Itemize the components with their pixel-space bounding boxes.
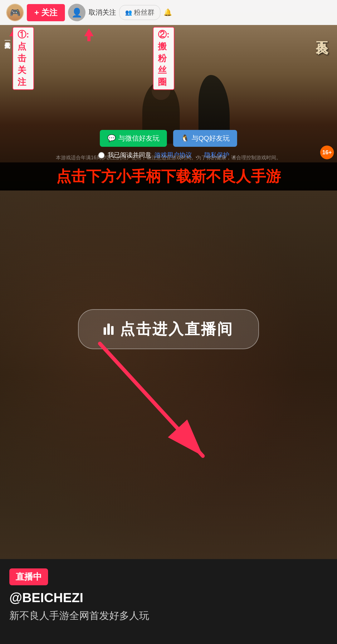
follow-bar: 🎮 + 关注 👤 取消关注 👥 粉丝群 🔔 [0,0,337,25]
live-stream-area[interactable]: 点击进入直播间 [0,191,337,559]
bottom-info: 直播中 @BEICHEZI 新不良人手游全网首发好多人玩 [0,559,337,644]
bell-icon[interactable]: 🔔 [164,8,172,17]
big-arrow-icon [90,334,215,465]
bars-icon [104,324,114,335]
game-action-buttons: 💬 与微信好友玩 🐧 与QQ好友玩 [100,130,237,147]
annotation-overlay: ①:点击关注 ②:搬粉丝圈 [0,27,125,58]
qq-label: 与QQ好友玩 [192,134,230,143]
game-notice: 本游戏适合年满16周岁以上的用户使用，请注意适宜游戏时间。为了你的健康，请合理控… [0,155,337,161]
follow-button[interactable]: + 关注 [27,4,65,21]
svg-rect-3 [87,36,90,41]
svg-marker-2 [84,28,94,36]
annotation-label-1: ①:点击关注 [12,27,34,90]
banner-text: 点击下方小手柄下载新不良人手游 [56,166,281,186]
unfollow-label[interactable]: 取消关注 [89,8,116,17]
qq-icon: 🐧 [181,134,189,142]
bar-1 [104,327,106,335]
fans-group-label: 粉丝群 [134,8,154,17]
fans-group-button[interactable]: 👥 粉丝群 [119,5,160,20]
bar-3 [111,326,114,335]
live-badge: 直播中 [9,568,48,585]
streamer-avatar-2: 👤 [68,4,85,21]
annotation-label-2: ②:搬粉丝圈 [153,27,174,90]
description: 新不良人手游全网首发好多人玩 [9,609,328,623]
fans-icon: 👥 [125,9,132,16]
wechat-button[interactable]: 💬 与微信好友玩 [100,130,167,147]
bar-2 [107,324,110,335]
game-screenshot-area: 🎮 + 关注 👤 取消关注 👥 粉丝群 🔔 ①:点击关注 [0,0,337,191]
streamer-avatar-1: 🎮 [6,4,24,21]
bottom-banner: 点击下方小手柄下载新不良人手游 [0,162,337,191]
wechat-label: 与微信好友玩 [118,134,159,143]
pointer-arrow [90,334,215,467]
username[interactable]: @BEICHEZI [9,590,328,605]
qq-button[interactable]: 🐧 与QQ好友玩 [173,130,237,147]
wechat-icon: 💬 [107,134,116,142]
arrow-up-2-icon [81,27,97,42]
svg-line-5 [100,344,203,456]
game-bg: 🎮 + 关注 👤 取消关注 👥 粉丝群 🔔 ①:点击关注 [0,0,337,191]
